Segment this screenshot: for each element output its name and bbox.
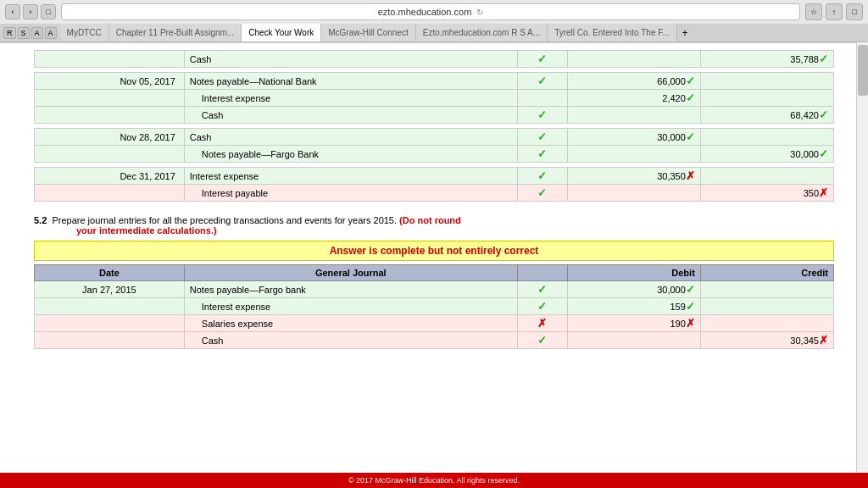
account-cell: Notes payable—National Bank (184, 73, 517, 90)
date-cell (35, 332, 185, 349)
table-row: Interest expense 2,420✓ (35, 90, 834, 107)
new-tab-button[interactable]: + (677, 24, 693, 42)
table-row: Cash ✓ 35,788✓ (35, 51, 834, 68)
credit-cell: 350✗ (700, 185, 833, 202)
check-cell: ✓ (517, 185, 567, 202)
account-cell: Cash (184, 107, 517, 124)
credit-cell (700, 281, 833, 298)
table-row: Dec 31, 2017 Interest expense ✓ 30,350✗ (35, 168, 834, 185)
table-row: Cash ✓ 30,345✗ (35, 332, 834, 349)
instruction-note-cont: your intermediate calculations.) (76, 225, 217, 236)
check-cell: ✓ (517, 332, 567, 349)
debit-cell (567, 332, 700, 349)
scroll-thumb[interactable] (858, 45, 868, 96)
footer: © 2017 McGraw-Hill Education. All rights… (0, 473, 868, 488)
credit-cell (700, 73, 833, 90)
debit-cell (567, 51, 700, 68)
table-row: Salaries expense ✗ 190✗ (35, 315, 834, 332)
check-cell: ✓ (517, 281, 567, 298)
check-cell: ✓ (517, 107, 567, 124)
share-icon[interactable]: ↑ (826, 3, 843, 20)
table-row: Interest payable ✓ 350✗ (35, 185, 834, 202)
date-cell (35, 51, 185, 68)
browser-chrome: ‹ › □ ezto.mheducation.com ↻ ☆ ↑ □ R S A… (0, 0, 868, 43)
debit-cell: 30,350✗ (567, 168, 700, 185)
debit-cell: 30,000✓ (567, 129, 700, 146)
account-cell: Cash (184, 129, 517, 146)
debit-cell: 159✓ (567, 298, 700, 315)
tab-left-btn[interactable]: R (3, 27, 16, 39)
account-cell: Interest expense (184, 298, 517, 315)
section-number: 5.2 (34, 215, 47, 225)
url-text: ezto.mheducation.com (378, 7, 472, 17)
scrollbar[interactable] (856, 42, 868, 473)
tab-mydtcc[interactable]: MyDTCC (60, 24, 109, 42)
refresh-icon: ↻ (476, 8, 483, 17)
credit-cell: 30,000✓ (700, 146, 833, 163)
credit-cell: 30,345✗ (700, 332, 833, 349)
answer-banner: Answer is complete but not entirely corr… (34, 241, 834, 261)
debit-cell (567, 107, 700, 124)
date-cell (35, 185, 185, 202)
new-tab-icon[interactable]: □ (846, 3, 863, 20)
url-bar[interactable]: ezto.mheducation.com ↻ (61, 3, 800, 20)
account-cell: Notes payable—Fargo bank (184, 281, 517, 298)
section-52: 5.2 Prepare journal entries for all the … (34, 215, 834, 349)
tab-b-btn[interactable]: A (45, 27, 57, 39)
date-cell (35, 298, 185, 315)
debit-cell: 66,000✓ (567, 73, 700, 90)
date-cell (35, 315, 185, 332)
credit-cell: 35,788✓ (700, 51, 833, 68)
credit-cell: 68,420✓ (700, 107, 833, 124)
tab-right-btn[interactable]: S (18, 27, 30, 39)
date-cell: Dec 31, 2017 (35, 168, 185, 185)
forward-button[interactable]: › (23, 4, 38, 19)
debit-cell: 30,000✓ (567, 281, 700, 298)
date-cell: Nov 28, 2017 (35, 129, 185, 146)
instruction-text: Prepare journal entries for all the prec… (52, 215, 397, 225)
table-row: Notes payable—Fargo Bank ✓ 30,000✓ (35, 146, 834, 163)
browser-actions: ☆ ↑ □ (805, 3, 863, 20)
credit-cell (700, 168, 833, 185)
credit-cell (700, 90, 833, 107)
top-journal-table: Cash ✓ 35,788✓ Nov 05, 2017 Notes payabl… (34, 50, 834, 202)
tab-chapter11[interactable]: Chapter 11 Pre-Built Assignm... (109, 24, 242, 42)
col-check (517, 265, 567, 281)
debit-cell (567, 146, 700, 163)
credit-cell (700, 298, 833, 315)
tab-nav-buttons: R S A A (0, 24, 60, 42)
back-button[interactable]: ‹ (5, 4, 20, 19)
check-cell: ✓ (517, 73, 567, 90)
debit-cell: 190✗ (567, 315, 700, 332)
account-cell: Interest expense (184, 168, 517, 185)
check-cell: ✓ (517, 129, 567, 146)
table-row: Interest expense ✓ 159✓ (35, 298, 834, 315)
check-cell: ✓ (517, 146, 567, 163)
date-cell (35, 107, 185, 124)
tab-ezto[interactable]: Ezto.mheducation.com R S A... (416, 24, 548, 42)
check-cell: ✓ (517, 298, 567, 315)
window-button[interactable]: □ (41, 4, 56, 19)
account-cell: Interest expense (184, 90, 517, 107)
credit-cell (700, 315, 833, 332)
section-instruction: 5.2 Prepare journal entries for all the … (34, 215, 834, 236)
account-cell: Interest payable (184, 185, 517, 202)
tab-check-your-work[interactable]: Check Your Work (242, 24, 321, 42)
tabs-bar: R S A A MyDTCC Chapter 11 Pre-Built Assi… (0, 24, 868, 42)
tab-mcgrawhill[interactable]: McGraw-Hill Connect (321, 24, 415, 42)
account-cell: Notes payable—Fargo Bank (184, 146, 517, 163)
browser-topbar: ‹ › □ ezto.mheducation.com ↻ ☆ ↑ □ (0, 0, 868, 24)
star-icon[interactable]: ☆ (805, 3, 822, 20)
date-cell: Nov 05, 2017 (35, 73, 185, 90)
date-cell (35, 146, 185, 163)
footer-text: © 2017 McGraw-Hill Education. All rights… (348, 476, 520, 485)
col-debit: Debit (567, 265, 700, 281)
debit-cell: 2,420✓ (567, 90, 700, 107)
table-row: Nov 05, 2017 Notes payable—National Bank… (35, 73, 834, 90)
credit-cell (700, 129, 833, 146)
tab-a-btn[interactable]: A (31, 27, 43, 39)
account-cell: Cash (184, 332, 517, 349)
main-content: Cash ✓ 35,788✓ Nov 05, 2017 Notes payabl… (0, 43, 868, 488)
table-row: Jan 27, 2015 Notes payable—Fargo bank ✓ … (35, 281, 834, 298)
tab-tyrell[interactable]: Tyrell Co. Entered Into The F... (548, 24, 676, 42)
